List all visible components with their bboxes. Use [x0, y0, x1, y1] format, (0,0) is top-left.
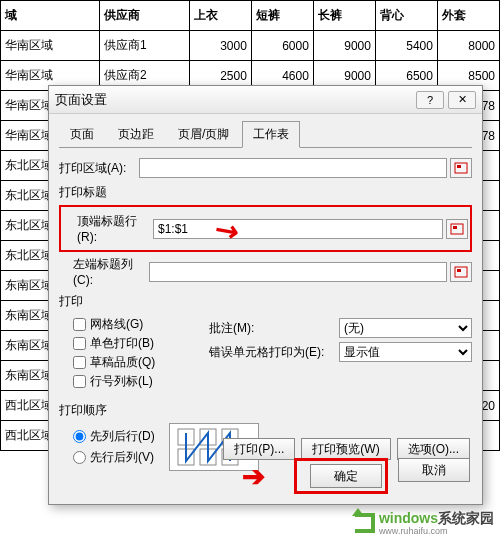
- gridlines-checkbox[interactable]: [73, 318, 86, 331]
- tab-sheet[interactable]: 工作表: [242, 121, 300, 148]
- cell[interactable]: 3000: [189, 31, 251, 61]
- column-header: 长裤: [313, 1, 375, 31]
- top-title-row-label: 顶端标题行(R):: [63, 213, 153, 244]
- print-titles-label: 打印标题: [59, 184, 472, 201]
- cell[interactable]: 5400: [375, 31, 437, 61]
- rowcol-checkbox[interactable]: [73, 375, 86, 388]
- tab-header-footer[interactable]: 页眉/页脚: [167, 121, 240, 148]
- table-row: 华南区域供应商130006000900054008000: [1, 31, 500, 61]
- print-area-ref-button[interactable]: [450, 158, 472, 178]
- draft-label: 草稿品质(Q): [90, 354, 155, 371]
- svg-rect-5: [457, 269, 461, 272]
- column-header: 域: [1, 1, 100, 31]
- cell[interactable]: 9000: [313, 31, 375, 61]
- down-over-label: 先列后行(D): [90, 428, 155, 445]
- cell[interactable]: 供应商1: [100, 31, 190, 61]
- dialog-tabs: 页面 页边距 页眉/页脚 工作表: [59, 120, 472, 148]
- top-title-row-input[interactable]: [153, 219, 443, 239]
- tab-margins[interactable]: 页边距: [107, 121, 165, 148]
- errors-select[interactable]: 显示值: [339, 342, 472, 362]
- over-down-label: 先行后列(V): [90, 449, 154, 466]
- watermark-logo-icon: [355, 513, 375, 533]
- comments-label: 批注(M):: [209, 320, 339, 337]
- left-title-col-label: 左端标题列(C):: [59, 256, 149, 287]
- column-header: 上衣: [189, 1, 251, 31]
- print-button[interactable]: 打印(P)...: [223, 438, 295, 460]
- rowcol-label: 行号列标(L): [90, 373, 153, 390]
- options-button[interactable]: 选项(O)...: [397, 438, 470, 460]
- left-col-ref-button[interactable]: [450, 262, 472, 282]
- gridlines-label: 网格线(G): [90, 316, 143, 333]
- bw-checkbox[interactable]: [73, 337, 86, 350]
- ok-highlight: 确定: [294, 458, 388, 494]
- print-preview-button[interactable]: 打印预览(W): [301, 438, 390, 460]
- comments-select[interactable]: (无): [339, 318, 472, 338]
- column-header: 供应商: [100, 1, 190, 31]
- tab-page[interactable]: 页面: [59, 121, 105, 148]
- close-button[interactable]: ✕: [448, 91, 476, 109]
- cell[interactable]: 华南区域: [1, 31, 100, 61]
- page-setup-dialog: 页面设置 ? ✕ 页面 页边距 页眉/页脚 工作表 打印区域(A): 打印标题 …: [48, 85, 483, 505]
- cell[interactable]: 6000: [251, 31, 313, 61]
- left-title-col-input[interactable]: [149, 262, 447, 282]
- ok-button[interactable]: 确定: [310, 464, 382, 488]
- dialog-title: 页面设置: [55, 91, 412, 109]
- dialog-titlebar: 页面设置 ? ✕: [49, 86, 482, 114]
- watermark-text: windows系统家园: [379, 510, 494, 526]
- top-row-highlight: 顶端标题行(R):: [59, 205, 472, 252]
- errors-label: 错误单元格打印为(E):: [209, 344, 339, 361]
- help-button[interactable]: ?: [416, 91, 444, 109]
- watermark: windows系统家园 www.ruhaifu.com: [355, 510, 494, 536]
- top-row-ref-button[interactable]: [446, 219, 468, 239]
- down-over-radio[interactable]: [73, 430, 86, 443]
- column-header: 背心: [375, 1, 437, 31]
- cell[interactable]: 8000: [437, 31, 499, 61]
- column-header: 短裤: [251, 1, 313, 31]
- watermark-url: www.ruhaifu.com: [379, 526, 494, 536]
- cancel-button[interactable]: 取消: [398, 458, 470, 482]
- svg-rect-3: [453, 226, 457, 229]
- order-label: 打印顺序: [59, 402, 472, 419]
- print-section-label: 打印: [59, 293, 472, 310]
- column-header: 外套: [437, 1, 499, 31]
- svg-rect-1: [457, 165, 461, 168]
- annotation-arrow-icon: ➔: [242, 460, 265, 493]
- print-area-label: 打印区域(A):: [59, 160, 139, 177]
- print-area-input[interactable]: [139, 158, 447, 178]
- over-down-radio[interactable]: [73, 451, 86, 464]
- bw-label: 单色打印(B): [90, 335, 154, 352]
- draft-checkbox[interactable]: [73, 356, 86, 369]
